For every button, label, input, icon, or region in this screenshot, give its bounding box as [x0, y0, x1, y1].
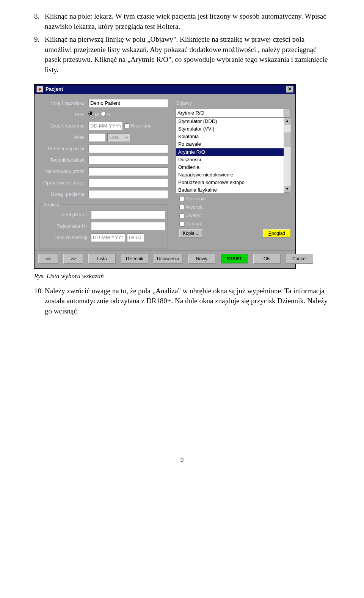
opracow-checkbox[interactable]: Opracow.	[176, 195, 291, 202]
notes-input[interactable]	[88, 190, 168, 198]
step8-number: 8.	[34, 11, 45, 34]
ok-button[interactable]: OK	[253, 254, 281, 264]
analiza-group: Analiza Identyfikator Rejestrator Nr Dat…	[39, 201, 168, 249]
wydruk-checkbox[interactable]: Wydruk.	[176, 204, 291, 211]
lista-button[interactable]: Lista	[88, 254, 116, 264]
scroll-thumb[interactable]	[284, 132, 290, 147]
page-number: 9	[34, 455, 330, 464]
step9-text: Kliknąć na pierwszą linijkę w polu „Obja…	[45, 35, 330, 75]
start-button[interactable]: START	[221, 254, 248, 264]
chevron-down-icon[interactable]: ▼	[283, 109, 291, 117]
scroll-track[interactable]	[284, 124, 290, 186]
step10-number: 10.	[34, 286, 45, 319]
name-input[interactable]	[88, 99, 168, 107]
scrollbar[interactable]: ▲ ▼	[284, 118, 290, 193]
radio-k[interactable]: K	[101, 111, 111, 118]
id-input[interactable]	[91, 211, 165, 219]
objawy-combo-input[interactable]	[176, 109, 283, 117]
list-item[interactable]: Badania fizykalne	[176, 186, 284, 192]
notes-label: Uwagi pacjenta	[39, 191, 88, 198]
list-item[interactable]: Napadowe niedokrwienie	[176, 171, 284, 179]
unknown-checkbox[interactable]: Nieznane	[124, 123, 152, 129]
age-input[interactable]	[88, 133, 105, 142]
figure-caption: Rys. Lista wyboru wskazań	[34, 272, 330, 281]
refby-label: Skierowany przez	[39, 168, 88, 175]
scroll-up-icon[interactable]: ▲	[284, 118, 290, 124]
next-button[interactable]: >>	[63, 254, 83, 264]
ustawienia-button[interactable]: Ustawienia	[154, 254, 183, 264]
cancel-button[interactable]: Cancel	[286, 254, 313, 264]
radio-m[interactable]: M	[88, 111, 99, 118]
list-item[interactable]: Stymulator (DDD)	[176, 118, 284, 125]
list-item[interactable]: Pobudzenia komorowe ektopo	[176, 179, 284, 186]
procby-input[interactable]	[88, 179, 168, 187]
objawy-listbox[interactable]: Stymulator (DDD)Stymulator (VVI)Kołatani…	[176, 117, 291, 193]
age-unit-select[interactable]: Lata	[107, 133, 130, 142]
zweryf-checkbox[interactable]: Zweryf.	[176, 212, 291, 219]
regtime-input[interactable]	[127, 233, 144, 242]
list-item[interactable]: Omdlenia	[176, 164, 284, 171]
list-item[interactable]: Kołatania	[176, 133, 284, 140]
step10-text: Należy zwrócić uwagę na to, że pola „Ana…	[45, 286, 330, 316]
regdate-label: Data rejestracji	[42, 234, 91, 241]
app-icon: ◈	[36, 86, 43, 93]
step9-number: 9.	[34, 35, 45, 77]
sex-label: Płeć	[39, 111, 88, 118]
close-button[interactable]: ✕	[286, 86, 293, 93]
objawy-combo[interactable]: ▼	[176, 109, 291, 117]
id-label: Identyfikator	[42, 211, 91, 218]
age-label: Wiek	[39, 134, 88, 141]
nowy-button[interactable]: Nowy	[188, 254, 215, 264]
list-item[interactable]: Stymulator (VVI)	[176, 125, 284, 133]
zamkn-checkbox[interactable]: Zamkn.	[176, 220, 291, 227]
podglad-button[interactable]: Podgląd	[263, 229, 291, 238]
recorder-input[interactable]	[91, 222, 165, 230]
objawy-label: Objawy	[176, 100, 192, 107]
dialog-screenshot: ◈ Pacjent ✕ Imię i nazwisko Płeć M K	[34, 84, 330, 269]
tech-label: Technik/analityk	[39, 157, 88, 164]
window-title: Pacjent	[46, 86, 63, 93]
list-item[interactable]: Duszności	[176, 156, 284, 164]
step8-text: Kliknąć na pole: lekarz. W tym czasie wi…	[45, 11, 330, 31]
scroll-down-icon[interactable]: ▼	[284, 186, 290, 193]
dob-input[interactable]	[88, 122, 122, 130]
name-label: Imię i nazwisko	[39, 100, 88, 107]
procby-label: Opracowane przez	[39, 179, 88, 186]
search-label: Przeszukuj po nr	[39, 145, 88, 152]
regdate-input[interactable]	[91, 233, 125, 242]
list-item[interactable]: Arytmie R/O	[176, 148, 284, 156]
search-input[interactable]	[88, 145, 168, 153]
prev-button[interactable]: <<	[38, 254, 58, 264]
analiza-legend: Analiza	[42, 201, 61, 208]
kopia-button[interactable]: Kopia ...	[179, 229, 203, 238]
dob-label: Data Urodzenia	[39, 123, 88, 129]
dziennik-button[interactable]: Dziennik	[121, 254, 148, 264]
tech-input[interactable]	[88, 156, 168, 164]
recorder-label: Rejestrator Nr	[42, 223, 91, 230]
list-item[interactable]: Po zawale	[176, 140, 284, 148]
refby-input[interactable]	[88, 167, 168, 176]
title-bar: ◈ Pacjent ✕	[35, 85, 295, 94]
